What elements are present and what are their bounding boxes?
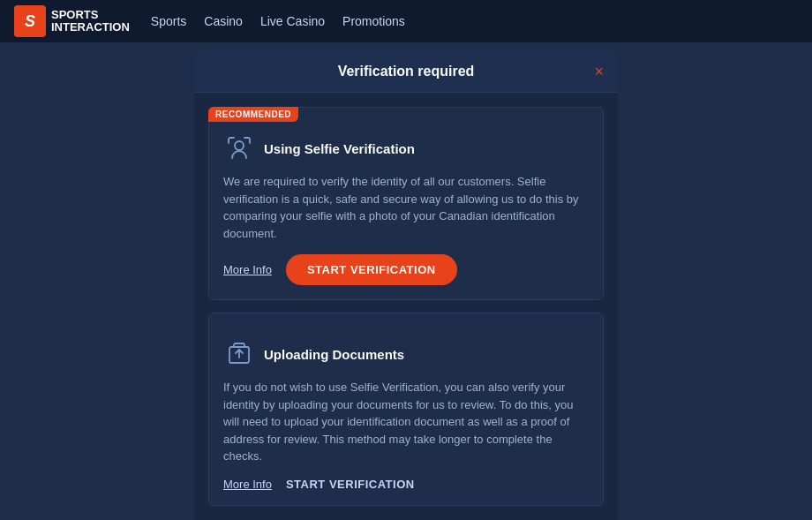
verification-modal: Verification required × RECOMMENDED	[194, 51, 618, 520]
selfie-card-title: Using Selfie Verification	[264, 141, 415, 156]
upload-more-info-button[interactable]: More Info	[223, 478, 272, 491]
selfie-card-description: We are required to verify the identity o…	[223, 173, 589, 242]
promotions-link[interactable]: Promotions	[342, 14, 405, 28]
upload-verification-card: Uploading Documents If you do not wish t…	[208, 313, 604, 506]
selfie-verification-card: RECOMMENDED Using Selfie Verification We…	[208, 107, 604, 300]
modal-body: RECOMMENDED Using Selfie Verification We…	[194, 93, 618, 520]
upload-card-title: Uploading Documents	[264, 347, 404, 362]
selfie-icon	[223, 132, 255, 164]
modal-overlay: Verification required × RECOMMENDED	[0, 42, 812, 520]
selfie-more-info-button[interactable]: More Info	[223, 263, 272, 276]
upload-card-description: If you do not wish to use Selfie Verific…	[223, 379, 589, 465]
recommended-badge: RECOMMENDED	[208, 107, 298, 122]
upload-icon	[223, 338, 255, 370]
sports-link[interactable]: Sports	[151, 14, 186, 28]
upload-card-header: Uploading Documents	[223, 338, 589, 370]
modal-close-button[interactable]: ×	[594, 64, 604, 79]
live-casino-link[interactable]: Live Casino	[260, 14, 325, 28]
selfie-card-actions: More Info START VERIFICATION	[223, 254, 589, 285]
modal-header: Verification required ×	[194, 51, 618, 93]
upload-start-verification-button[interactable]: START VERIFICATION	[286, 478, 415, 491]
navbar: S SPORTS INTERACTION Sports Casino Live …	[0, 0, 812, 42]
selfie-card-header: Using Selfie Verification	[223, 132, 589, 164]
casino-link[interactable]: Casino	[204, 14, 243, 28]
upload-card-actions: More Info START VERIFICATION	[223, 478, 589, 491]
logo-icon: S	[14, 5, 46, 37]
svg-point-0	[235, 141, 244, 150]
nav-links: Sports Casino Live Casino Promotions	[151, 14, 405, 28]
logo-text: SPORTS INTERACTION	[51, 9, 130, 34]
selfie-start-verification-button[interactable]: START VERIFICATION	[286, 254, 457, 285]
logo: S SPORTS INTERACTION	[14, 5, 130, 37]
modal-title: Verification required	[338, 64, 475, 79]
